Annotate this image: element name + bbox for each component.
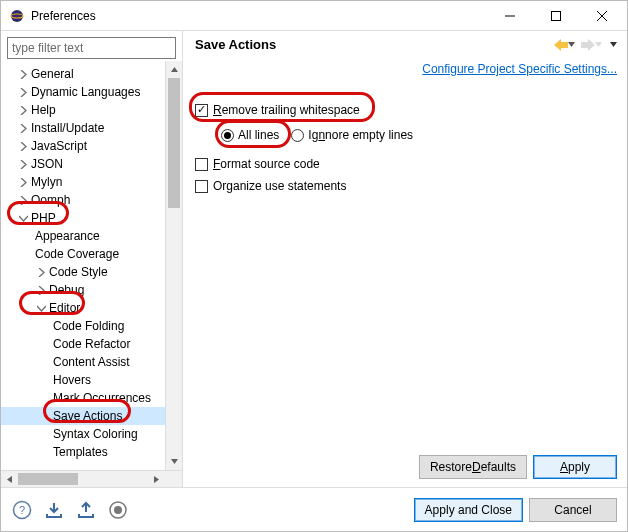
format-code-checkbox[interactable]: Format source code [195, 154, 617, 174]
svg-rect-3 [552, 11, 561, 20]
scroll-left-icon[interactable] [1, 471, 18, 487]
radio-label: Ignnore empty lines [308, 128, 413, 142]
scroll-down-icon[interactable] [166, 453, 182, 470]
maximize-button[interactable] [533, 1, 579, 31]
chevron-right-icon [17, 178, 29, 187]
apply-button[interactable]: Apply [533, 455, 617, 479]
radio-label: All lines [238, 128, 279, 142]
app-icon [9, 8, 25, 24]
svg-point-9 [114, 506, 122, 514]
minimize-button[interactable] [487, 1, 533, 31]
organize-use-checkbox[interactable]: Organize use statements [195, 176, 617, 196]
record-icon[interactable] [107, 499, 129, 521]
tree-item-markocc[interactable]: Mark Occurrences [1, 389, 165, 407]
filter-input[interactable] [7, 37, 176, 59]
apply-close-button[interactable]: Apply and Close [414, 498, 523, 522]
chevron-right-icon [17, 70, 29, 79]
scroll-right-icon[interactable] [148, 471, 165, 487]
ignore-empty-radio[interactable]: Ignnore empty lines [291, 128, 413, 142]
horizontal-scrollbar[interactable] [1, 470, 182, 487]
project-settings-link[interactable]: Configure Project Specific Settings... [195, 62, 617, 76]
tree-item-syntax[interactable]: Syntax Coloring [1, 425, 165, 443]
tree-item-help[interactable]: Help [1, 101, 165, 119]
tree-item-coderefactor[interactable]: Code Refactor [1, 335, 165, 353]
preferences-tree[interactable]: General Dynamic Languages Help Install/U… [1, 61, 165, 470]
dropdown-icon[interactable] [568, 42, 575, 47]
chevron-right-icon [35, 268, 47, 277]
menu-icon[interactable] [610, 42, 617, 47]
tree-item-templates[interactable]: Templates [1, 443, 165, 461]
tree-item-hovers[interactable]: Hovers [1, 371, 165, 389]
import-icon[interactable] [43, 499, 65, 521]
chevron-down-icon [35, 304, 47, 313]
scrollbar-thumb[interactable] [18, 473, 78, 485]
tree-item-saveactions[interactable]: Save Actions [1, 407, 165, 425]
scrollbar-thumb[interactable] [168, 78, 180, 208]
tree-item-codestyle[interactable]: Code Style [1, 263, 165, 281]
tree-item-php[interactable]: PHP [1, 209, 165, 227]
chevron-right-icon [17, 196, 29, 205]
tree-item-editor[interactable]: Editor [1, 299, 165, 317]
tree-item-json[interactable]: JSON [1, 155, 165, 173]
cancel-button[interactable]: Cancel [529, 498, 617, 522]
chevron-right-icon [17, 142, 29, 151]
radio-icon [291, 129, 304, 142]
all-lines-radio[interactable]: All lines [221, 128, 279, 142]
sidebar: General Dynamic Languages Help Install/U… [1, 31, 183, 487]
tree-item-install[interactable]: Install/Update [1, 119, 165, 137]
checkbox-icon [195, 158, 208, 171]
dropdown-icon[interactable] [595, 42, 602, 47]
checkbox-icon [195, 180, 208, 193]
chevron-right-icon [35, 286, 47, 295]
svg-text:?: ? [19, 504, 25, 516]
export-icon[interactable] [75, 499, 97, 521]
back-icon[interactable] [554, 39, 568, 51]
preferences-window: Preferences General Dynamic Languages He… [0, 0, 628, 532]
tree-item-coverage[interactable]: Code Coverage [1, 245, 165, 263]
tree-item-debug[interactable]: Debug [1, 281, 165, 299]
tree-item-javascript[interactable]: JavaScript [1, 137, 165, 155]
remove-whitespace-checkbox[interactable]: Remove trailing whitespace [195, 100, 617, 120]
chevron-right-icon [17, 160, 29, 169]
tree-item-appearance[interactable]: Appearance [1, 227, 165, 245]
help-icon[interactable]: ? [11, 499, 33, 521]
tree-item-codefolding[interactable]: Code Folding [1, 317, 165, 335]
tree-item-contentassist[interactable]: Content Assist [1, 353, 165, 371]
tree-item-oomph[interactable]: Oomph [1, 191, 165, 209]
tree-item-dynlang[interactable]: Dynamic Languages [1, 83, 165, 101]
page-title: Save Actions [195, 37, 554, 52]
tree-item-mylyn[interactable]: Mylyn [1, 173, 165, 191]
checkbox-label: Remove trailing whitespace [213, 103, 360, 117]
chevron-right-icon [17, 124, 29, 133]
svg-point-0 [11, 10, 23, 22]
chevron-right-icon [17, 106, 29, 115]
checkbox-icon [195, 104, 208, 117]
checkbox-label: Organize use statements [213, 179, 346, 193]
chevron-right-icon [17, 88, 29, 97]
forward-icon[interactable] [581, 39, 595, 51]
window-title: Preferences [31, 9, 487, 23]
titlebar: Preferences [1, 1, 627, 31]
chevron-down-icon [17, 214, 29, 223]
vertical-scrollbar[interactable] [165, 61, 182, 470]
close-button[interactable] [579, 1, 625, 31]
radio-icon [221, 129, 234, 142]
main-panel: Save Actions Configure Project Specific … [183, 31, 627, 487]
tree-item-general[interactable]: General [1, 65, 165, 83]
footer: ? Apply and Close Cancel [1, 487, 627, 531]
scroll-up-icon[interactable] [166, 61, 182, 78]
restore-defaults-button[interactable]: Restore Defaults [419, 455, 527, 479]
checkbox-label: Format source code [213, 157, 320, 171]
